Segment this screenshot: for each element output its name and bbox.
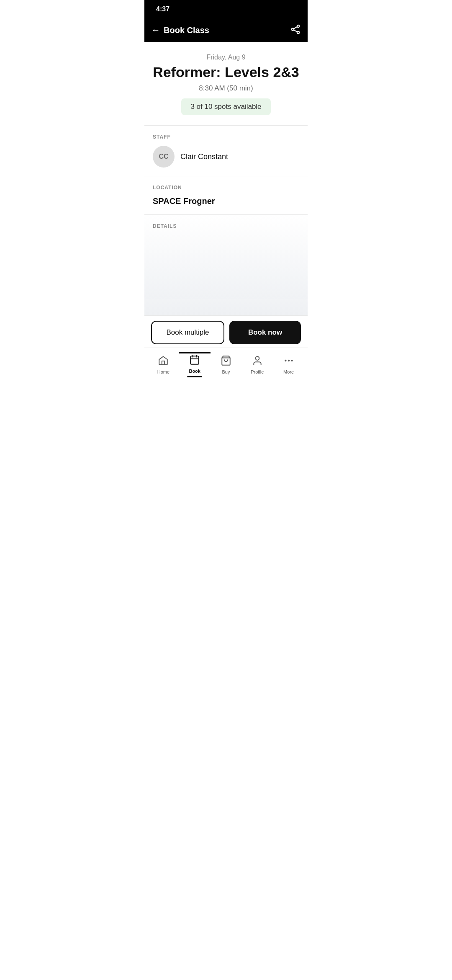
class-time: 8:30 AM (50 min)	[153, 84, 299, 93]
svg-line-4	[294, 26, 297, 28]
buy-icon	[221, 355, 231, 368]
svg-point-11	[285, 360, 286, 361]
svg-rect-5	[190, 356, 199, 364]
book-multiple-button[interactable]: Book multiple	[151, 321, 224, 344]
profile-icon	[252, 355, 263, 368]
home-icon	[158, 355, 169, 368]
status-bar: 4:37	[144, 0, 308, 18]
staff-avatar: CC	[153, 146, 175, 168]
location-section: LOCATION SPACE Frogner	[144, 176, 308, 215]
details-label: DETAILS	[153, 223, 299, 229]
staff-row: CC Clair Constant	[153, 146, 299, 176]
class-info-section: Friday, Aug 9 Reformer: Levels 2&3 8:30 …	[144, 42, 308, 126]
nav-item-profile[interactable]: Profile	[241, 355, 273, 374]
more-nav-label: More	[283, 369, 294, 374]
location-name: SPACE Frogner	[153, 196, 299, 206]
status-time: 4:37	[156, 5, 170, 13]
nav-item-book[interactable]: Book	[179, 352, 211, 377]
more-icon	[283, 355, 294, 368]
home-nav-label: Home	[157, 369, 170, 374]
bottom-nav: Home Book Buy	[144, 348, 308, 381]
svg-point-13	[291, 360, 293, 361]
class-date: Friday, Aug 9	[153, 54, 299, 61]
svg-point-10	[255, 356, 259, 360]
book-nav-label: Book	[189, 369, 200, 374]
header-left: ← Book Class	[151, 25, 209, 36]
buy-nav-label: Buy	[222, 369, 230, 374]
spots-available-badge: 3 of 10 spots available	[181, 98, 270, 115]
svg-line-3	[294, 30, 297, 32]
back-button[interactable]: ←	[151, 25, 160, 36]
nav-item-more[interactable]: More	[273, 355, 304, 374]
staff-section: STAFF CC Clair Constant	[144, 126, 308, 176]
book-icon	[189, 354, 200, 367]
content-area: STAFF CC Clair Constant LOCATION SPACE F…	[144, 126, 308, 315]
profile-nav-label: Profile	[251, 369, 264, 374]
page-title: Book Class	[164, 26, 209, 35]
nav-item-buy[interactable]: Buy	[211, 355, 242, 374]
nav-item-home[interactable]: Home	[148, 355, 179, 374]
class-name: Reformer: Levels 2&3	[153, 64, 299, 80]
bottom-buttons: Book multiple Book now	[144, 315, 308, 348]
book-now-button[interactable]: Book now	[229, 321, 301, 344]
svg-point-12	[288, 360, 289, 361]
details-section: DETAILS	[144, 215, 308, 299]
app-header: ← Book Class	[144, 18, 308, 42]
share-button[interactable]	[290, 24, 301, 37]
location-label: LOCATION	[153, 185, 299, 191]
staff-label: STAFF	[153, 134, 299, 140]
staff-name: Clair Constant	[180, 152, 228, 161]
